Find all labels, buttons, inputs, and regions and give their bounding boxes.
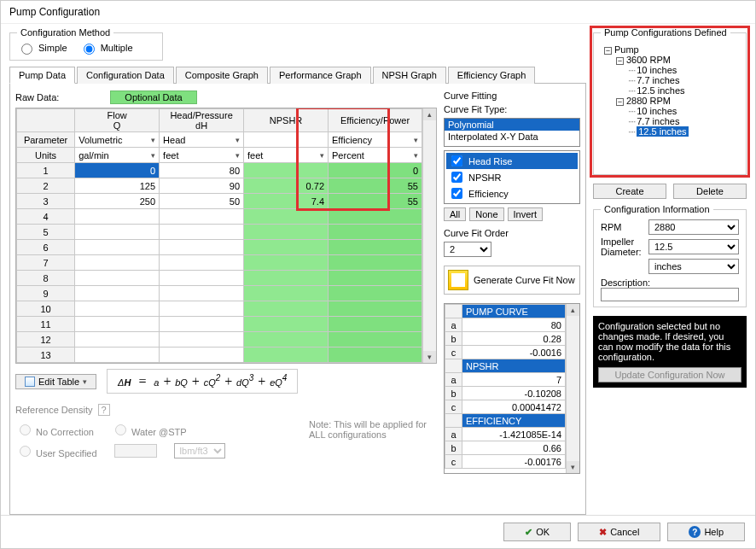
density-unit-select: lbm/ft3 — [174, 443, 225, 458]
table-row[interactable]: 2125900.7255 — [17, 178, 422, 194]
table-row[interactable]: 4 — [17, 209, 422, 225]
table-icon — [25, 377, 35, 387]
radio-simple[interactable]: Simple — [17, 41, 67, 55]
curve-fit-type-list[interactable]: Polynomial Interpolated X-Y Data — [444, 118, 580, 147]
tree-item[interactable]: ····7.7 inches — [604, 116, 736, 126]
delete-button[interactable]: Delete — [673, 184, 747, 199]
scroll-up-icon: ▴ — [567, 304, 579, 316]
tree-item[interactable]: ····10 inches — [604, 106, 736, 116]
scroll-up-icon: ▴ — [423, 108, 436, 120]
chevron-down-icon: ▾ — [151, 151, 155, 160]
config-tree[interactable]: −Pump −3600 RPM····10 inches····7.7 inch… — [601, 41, 739, 169]
reference-density-group: Reference Density ? No Correction Water … — [15, 400, 437, 462]
ok-icon: ✔ — [525, 527, 532, 538]
dialog-footer: ✔ OK ✖ Cancel ? Help — [1, 515, 755, 548]
rpm-select[interactable]: 2880 — [648, 219, 739, 235]
pump-configuration-window: Pump Configuration Configuration Method … — [0, 0, 756, 549]
col-head: Head/Pressure dH — [160, 109, 244, 132]
table-row[interactable]: 7 — [17, 255, 422, 271]
raw-data-label: Raw Data: — [15, 92, 59, 102]
update-configuration-button[interactable]: Update Configuration Now — [598, 367, 741, 383]
curve-fit-formula: ΔH = a + bQ + cQ2 + dQ3 + eQ4 — [107, 369, 298, 394]
chevron-down-icon: ▾ — [83, 377, 87, 386]
scroll-down-icon: ▾ — [567, 461, 579, 473]
table-row[interactable]: 3250507.455 — [17, 194, 422, 209]
radio-water-stp: Water @STP — [111, 422, 187, 437]
window-title: Pump Configuration — [1, 1, 755, 24]
chart-icon — [448, 270, 468, 290]
coefficients-table[interactable]: PUMP CURVEa80b0.28c-0.0016NPSHRa7b-0.102… — [444, 303, 580, 474]
config-method-group: Configuration Method Simple Multiple — [9, 27, 163, 61]
table-row[interactable]: 8 — [17, 271, 422, 286]
grid-scrollbar[interactable]: ▴ ▾ — [422, 108, 436, 363]
table-row[interactable]: 10800 — [17, 163, 422, 178]
configuration-information-group: Configuration Information RPM 2880 Impel… — [593, 204, 747, 307]
curve-fit-series-list[interactable]: Head Rise NPSHR Efficiency — [444, 150, 580, 204]
chevron-down-icon: ▾ — [414, 151, 418, 160]
tab-composite-graph[interactable]: Composite Graph — [176, 67, 268, 84]
tree-item[interactable]: ····12.5 inches — [604, 126, 736, 137]
pump-configurations-group: Pump Configurations Defined −Pump −3600 … — [593, 27, 747, 175]
tab-pump-data[interactable]: Pump Data — [9, 67, 75, 84]
tree-item[interactable]: ····10 inches — [604, 65, 736, 75]
density-value-input — [114, 444, 157, 458]
table-row[interactable]: 14 — [17, 363, 422, 364]
description-input[interactable] — [601, 288, 739, 301]
tab-performance-graph[interactable]: Performance Graph — [270, 67, 371, 84]
table-row[interactable]: 6 — [17, 240, 422, 255]
table-row[interactable]: 12 — [17, 332, 422, 348]
chevron-down-icon: ▾ — [236, 151, 240, 160]
tab-bar: Pump Data Configuration Data Composite G… — [9, 66, 586, 84]
curve-fit-order-select[interactable]: 2 — [444, 242, 491, 257]
table-row[interactable]: 9 — [17, 286, 422, 301]
tree-item[interactable]: ····12.5 inches — [604, 85, 736, 96]
help-icon: ? — [689, 526, 701, 538]
select-none-button[interactable]: None — [469, 207, 503, 221]
create-button[interactable]: Create — [593, 184, 666, 199]
col-flow: Flow Q — [75, 109, 160, 132]
table-row[interactable]: 10 — [17, 301, 422, 317]
help-button[interactable]: ? Help — [667, 523, 745, 541]
radio-user-specified: User Specified — [15, 443, 97, 458]
table-row[interactable]: 13 — [17, 348, 422, 363]
coef-scrollbar[interactable]: ▴ ▾ — [566, 304, 579, 473]
scroll-down-icon: ▾ — [423, 351, 436, 363]
cancel-icon: ✖ — [599, 527, 607, 538]
tab-configuration-data[interactable]: Configuration Data — [77, 67, 174, 84]
col-effpow: Efficiency/Power — [329, 109, 422, 132]
edit-table-button[interactable]: Edit Table ▾ — [15, 374, 96, 389]
generate-curve-fit-button[interactable]: Generate Curve Fit Now — [444, 266, 580, 295]
raw-data-grid[interactable]: Flow Q Head/Pressure dH NPSHR Efficiency… — [15, 108, 437, 364]
table-row[interactable]: 11 — [17, 317, 422, 332]
impeller-diameter-select[interactable]: 12.5 — [648, 239, 739, 254]
optional-data-badge: Optional Data — [110, 91, 196, 104]
tab-efficiency-graph[interactable]: Efficiency Graph — [448, 67, 536, 84]
ok-button[interactable]: ✔ OK — [503, 523, 571, 541]
chevron-down-icon: ▾ — [320, 151, 324, 160]
select-invert-button[interactable]: Invert — [508, 207, 544, 221]
impeller-unit-select[interactable]: inches — [648, 259, 739, 274]
tab-npsh-graph[interactable]: NPSH Graph — [373, 67, 446, 84]
status-message: Configuration selected but no changes ma… — [593, 316, 747, 388]
radio-multiple[interactable]: Multiple — [79, 41, 133, 55]
chevron-down-icon: ▾ — [236, 136, 240, 144]
help-icon[interactable]: ? — [98, 404, 110, 416]
select-all-button[interactable]: All — [444, 207, 466, 221]
radio-no-correction: No Correction — [15, 422, 94, 437]
tree-item[interactable]: ····7.7 inches — [604, 75, 736, 85]
col-npshr: NPSHR — [244, 109, 329, 132]
cancel-button[interactable]: ✖ Cancel — [578, 523, 660, 541]
chevron-down-icon: ▾ — [414, 136, 418, 144]
table-row[interactable]: 5 — [17, 225, 422, 240]
chevron-down-icon: ▾ — [151, 136, 155, 144]
